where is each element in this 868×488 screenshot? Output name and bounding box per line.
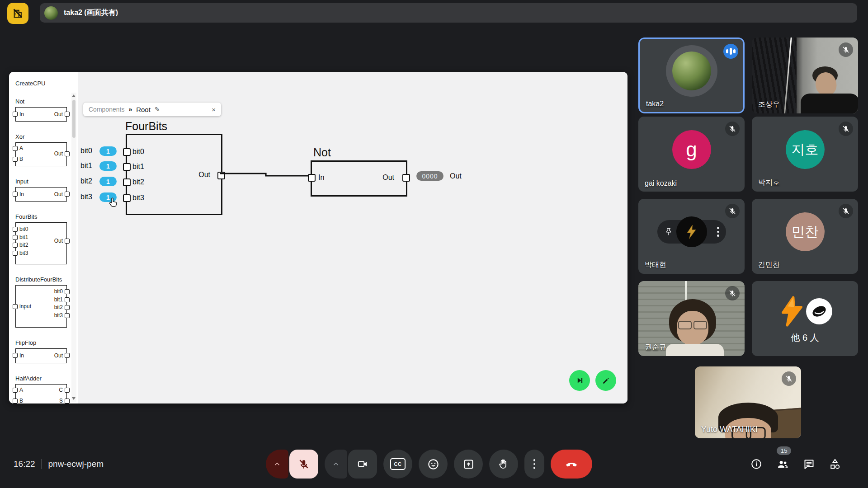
palette-item-label: Input: [15, 178, 72, 185]
mic-muted-icon: [839, 42, 853, 57]
palette-item-input[interactable]: Input In Out: [9, 178, 72, 202]
pencil-icon: [602, 376, 610, 385]
port-label: S: [59, 398, 63, 404]
pin-icon[interactable]: [664, 227, 673, 236]
mic-options-button[interactable]: [266, 450, 288, 479]
mic-toggle-button[interactable]: [289, 450, 318, 479]
meeting-panels: 15: [750, 450, 842, 479]
component-palette: Not In Out Xor A B Out: [9, 98, 72, 404]
chat-panel-button[interactable]: [802, 457, 816, 471]
port-handle: [13, 304, 18, 309]
more-options-button[interactable]: [524, 450, 544, 479]
person-body: [666, 344, 724, 356]
participant-tile[interactable]: 조상우: [752, 38, 858, 113]
participant-tile[interactable]: 권순규: [638, 281, 745, 356]
port-label: bit0: [54, 288, 63, 295]
app-title: CreateCPU: [15, 80, 45, 87]
bit1-toggle[interactable]: 1: [99, 161, 117, 171]
edit-mode-button[interactable]: [595, 370, 616, 391]
participant-tile[interactable]: 민찬 김민찬: [752, 199, 858, 274]
mic-control-group: [266, 450, 318, 479]
raise-hand-button[interactable]: [489, 450, 518, 479]
overflow-participants-tile[interactable]: 他 6 人: [752, 281, 858, 356]
shared-screen: CreateCPU Not In Out Xor A: [9, 72, 627, 404]
participant-tile[interactable]: taka2: [638, 38, 745, 113]
participant-tile[interactable]: 박태현: [638, 199, 745, 274]
meeting-details-button[interactable]: [750, 457, 763, 471]
close-icon[interactable]: ×: [212, 106, 216, 113]
chat-icon: [803, 458, 815, 470]
avatar: 민찬: [786, 212, 825, 251]
output-value-pill: 0000: [416, 171, 443, 181]
port-label: bit1: [132, 163, 144, 171]
scroll-down-icon[interactable]: [72, 397, 75, 400]
input-port-bit2[interactable]: [123, 178, 131, 186]
more-options-icon[interactable]: [717, 227, 719, 237]
component-box: In Out: [15, 187, 67, 202]
people-panel-button[interactable]: 15: [776, 457, 789, 471]
input-port-bit3[interactable]: [123, 194, 131, 202]
participant-tile[interactable]: g gai kozaki: [638, 117, 745, 192]
block-title-fourbits: FourBits: [125, 120, 167, 133]
port-label: bit2: [132, 178, 144, 186]
scroll-thumb[interactable]: [72, 100, 75, 138]
leave-call-button[interactable]: [551, 450, 592, 479]
breadcrumb-current[interactable]: Root: [136, 106, 151, 113]
palette-item-distributefourbits[interactable]: DistributeFourBits input bit0 bit1 bit2 …: [9, 276, 72, 328]
breadcrumb-section[interactable]: Components: [89, 106, 124, 113]
port-handle: [65, 112, 70, 117]
palette-item-halfadder[interactable]: HalfAdder A B C S: [9, 375, 72, 404]
mic-muted-icon: [725, 204, 740, 218]
participant-name: 박태현: [645, 260, 666, 270]
participant-tile[interactable]: Yuto WATAHIKI: [695, 366, 801, 438]
activities-icon: [829, 458, 841, 470]
port-handle: [13, 227, 18, 232]
branding-off-badge[interactable]: [7, 3, 28, 24]
component-box: In Out: [15, 107, 67, 122]
port-label: Out: [54, 150, 63, 157]
smiley-icon: [427, 458, 439, 470]
component-sidebar: CreateCPU Not In Out Xor A: [9, 72, 78, 404]
reactions-button[interactable]: [419, 450, 448, 479]
bit2-toggle[interactable]: 1: [99, 177, 117, 186]
output-port-out[interactable]: [402, 174, 410, 182]
activities-panel-button[interactable]: [828, 457, 842, 471]
component-box: input bit0 bit1 bit2 bit3: [15, 285, 67, 328]
port-handle: [13, 146, 18, 151]
palette-item-label: DistributeFourBits: [15, 276, 72, 283]
input-port-bit1[interactable]: [123, 163, 131, 171]
input-port-bit0[interactable]: [123, 148, 131, 156]
bit0-toggle[interactable]: 1: [99, 146, 117, 156]
not-block[interactable]: In Out: [311, 160, 407, 197]
circuit-canvas[interactable]: Components » Root ✎ × FourBits bit0 bit1…: [78, 72, 627, 404]
meet-window: taka2 (画面共有) CreateCPU Not In Out Xor: [0, 0, 868, 488]
scroll-up-icon[interactable]: [72, 94, 75, 97]
wire[interactable]: [220, 170, 315, 180]
sidebar-scrollbar[interactable]: [71, 93, 76, 402]
present-button[interactable]: [454, 450, 483, 479]
input-port-in[interactable]: [308, 174, 316, 182]
palette-item-label: Not: [15, 98, 72, 105]
palette-item-flipflop[interactable]: FlipFlop In Out: [9, 339, 72, 363]
palette-item-xor[interactable]: Xor A B Out: [9, 133, 72, 166]
captions-button[interactable]: CC: [383, 450, 412, 479]
bit-label: bit2: [80, 177, 92, 185]
palette-item-fourbits[interactable]: FourBits bit0 bit1 bit2 bit3 Out: [9, 213, 72, 264]
presenter-bar[interactable]: taka2 (画面共有): [40, 3, 857, 23]
participant-tile[interactable]: 지호 박지호: [752, 117, 858, 192]
palette-item-label: HalfAdder: [15, 375, 72, 382]
participant-name: 권순규: [645, 343, 666, 352]
port-label: input: [19, 303, 31, 310]
mic-muted-icon: [839, 204, 853, 218]
camera-options-button[interactable]: [325, 450, 347, 479]
camera-toggle-button[interactable]: [348, 450, 377, 479]
participant-name: 김민찬: [758, 260, 780, 270]
fourbits-block[interactable]: bit0 bit1 bit2 bit3 Out: [126, 134, 222, 215]
port-handle: [13, 399, 18, 404]
port-handle: [13, 157, 18, 162]
port-handle: [13, 353, 18, 358]
step-button[interactable]: [569, 370, 590, 391]
edit-name-icon[interactable]: ✎: [155, 106, 160, 113]
lightning-avatar-icon: [684, 224, 700, 240]
palette-item-not[interactable]: Not In Out: [9, 98, 72, 122]
